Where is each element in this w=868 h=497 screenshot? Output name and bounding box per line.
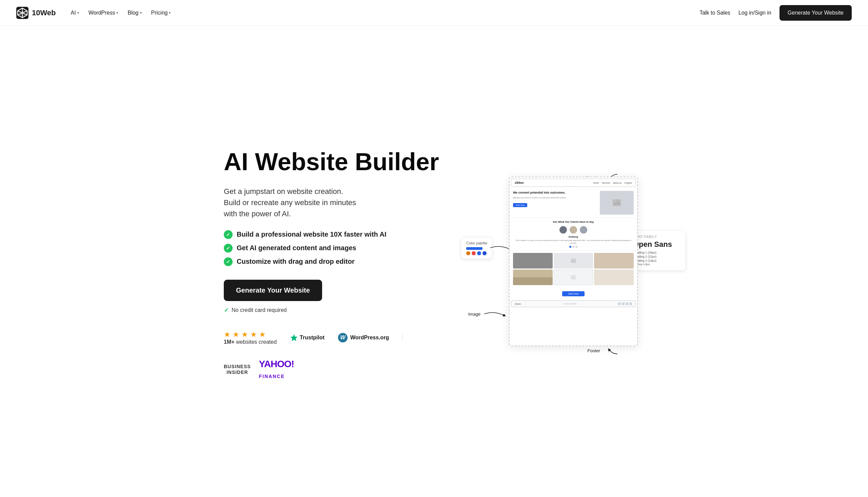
gallery-cell-dashed bbox=[554, 270, 593, 285]
dot-indicator bbox=[572, 246, 574, 248]
palette-main-swatch bbox=[466, 247, 483, 250]
generate-website-hero-button[interactable]: Generate Your Website bbox=[224, 280, 322, 301]
divider bbox=[402, 333, 403, 342]
navigation: 10Web AI ▾ WordPress ▾ Blog ▾ Pricing ▾ … bbox=[0, 0, 868, 26]
footer-annotation: Footer bbox=[587, 345, 619, 356]
check-icon: ✓ bbox=[224, 307, 229, 314]
check-icon bbox=[224, 257, 232, 266]
hero-title: AI Website Builder bbox=[224, 149, 455, 175]
social-icon bbox=[629, 302, 632, 305]
mockup-start-btn: Start Now bbox=[562, 291, 585, 296]
mockup-footer-social bbox=[618, 302, 632, 305]
gallery-cell bbox=[513, 270, 553, 285]
image-arrow-icon bbox=[483, 309, 506, 319]
login-link[interactable]: Log in/Sign in bbox=[739, 10, 771, 16]
nav-left: 10Web AI ▾ WordPress ▾ Blog ▾ Pricing ▾ bbox=[16, 7, 175, 19]
feature-item: Build a professional website 10X faster … bbox=[224, 230, 455, 239]
mockup-avatars bbox=[513, 226, 634, 233]
no-credit-card-note: ✓ No credit card required bbox=[224, 307, 455, 314]
talk-to-sales-link[interactable]: Talk to Sales bbox=[699, 10, 730, 16]
mockup-footer-logo: zibber. bbox=[515, 303, 522, 305]
nav-blog[interactable]: Blog ▾ bbox=[124, 7, 145, 19]
hero-features: Build a professional website 10X faster … bbox=[224, 230, 455, 266]
social-proof: ★ ★ ★ ★ ★ 1M+ websites created Trustpilo… bbox=[224, 330, 455, 380]
mockup-cta-section: Start Now bbox=[510, 287, 637, 299]
wordpress-badge: WordPress.org bbox=[338, 333, 389, 342]
wordpress-icon bbox=[338, 333, 347, 342]
palette-dot bbox=[477, 251, 481, 255]
star-icon: ★ bbox=[232, 330, 239, 339]
feature-item: Get AI generated content and images bbox=[224, 244, 455, 253]
chevron-down-icon: ▾ bbox=[169, 11, 171, 15]
hero-description: Get a jumpstart on website creation. Bui… bbox=[224, 186, 455, 219]
mockup-heading: We convert potential into outcomes. bbox=[513, 191, 597, 195]
nav-pricing[interactable]: Pricing ▾ bbox=[147, 7, 175, 19]
chevron-down-icon: ▾ bbox=[140, 11, 142, 15]
gallery-cell bbox=[513, 253, 553, 269]
gallery-cell bbox=[594, 253, 634, 269]
gallery-cell bbox=[594, 270, 634, 285]
check-icon bbox=[224, 230, 232, 239]
footer-arrow-icon bbox=[602, 345, 619, 356]
chevron-down-icon: ▾ bbox=[116, 11, 118, 15]
svg-marker-6 bbox=[290, 334, 298, 341]
trustpilot-label: Trustpilot bbox=[300, 335, 325, 341]
nav-wordpress[interactable]: WordPress ▾ bbox=[84, 7, 123, 19]
svg-point-8 bbox=[614, 201, 616, 202]
illustration: Header Footer Color palette bbox=[461, 163, 638, 367]
business-insider-logo: BusinessInsider bbox=[224, 364, 251, 375]
wordpress-label: WordPress.org bbox=[350, 335, 389, 341]
logo-icon bbox=[16, 7, 28, 19]
avatar bbox=[570, 226, 577, 233]
check-icon bbox=[224, 244, 232, 253]
star-icon: ★ bbox=[224, 330, 230, 339]
website-mockup: zibber. Home Services About us Insights … bbox=[509, 176, 638, 346]
generate-website-nav-button[interactable]: Generate Your Website bbox=[780, 5, 852, 21]
svg-point-11 bbox=[571, 275, 573, 277]
mockup-hero-image bbox=[600, 191, 634, 215]
mockup-person: Anthony bbox=[513, 236, 634, 238]
mockup-footer-copy: © 2022 10Web bbox=[563, 303, 577, 305]
websites-count: 1M+ websites created bbox=[224, 339, 277, 345]
star-icon: ★ bbox=[241, 330, 248, 339]
svg-rect-10 bbox=[571, 275, 576, 280]
avatar bbox=[559, 226, 567, 233]
partner-logos: BusinessInsider YAHOO!FINANCE bbox=[224, 359, 294, 380]
hero-right-illustration: Header Footer Color palette bbox=[455, 163, 644, 367]
color-palette-callout: Color palette bbox=[461, 238, 492, 259]
trustpilot-icon bbox=[290, 334, 298, 341]
mockup-sub: Manage every kind of content in a collec… bbox=[513, 196, 597, 199]
stars: ★ ★ ★ ★ ★ bbox=[224, 330, 277, 339]
mockup-logo: zibber. bbox=[515, 181, 525, 184]
logo[interactable]: 10Web bbox=[16, 7, 56, 19]
mockup-gallery bbox=[510, 251, 637, 287]
feature-item: Customize with drag and drop editor bbox=[224, 257, 455, 266]
star-icon: ★ bbox=[259, 330, 266, 339]
nav-ai[interactable]: AI ▾ bbox=[67, 7, 83, 19]
logo-text: 10Web bbox=[32, 9, 56, 17]
palette-dot bbox=[483, 251, 486, 255]
svg-rect-7 bbox=[613, 199, 621, 206]
social-icon bbox=[622, 302, 625, 305]
gallery-cell bbox=[554, 253, 593, 269]
svg-rect-9 bbox=[571, 258, 576, 263]
avatar bbox=[580, 226, 587, 233]
yahoo-finance-logo: YAHOO!FINANCE bbox=[259, 359, 294, 380]
hero-left: AI Website Builder Get a jumpstart on we… bbox=[224, 149, 455, 380]
palette-dot bbox=[466, 251, 470, 255]
social-icon bbox=[626, 302, 628, 305]
mockup-test-text: The AI builder is so easy to use and cus… bbox=[513, 239, 634, 244]
mockup-nav: Home Services About us Insights bbox=[593, 182, 632, 184]
palette-dot bbox=[472, 251, 476, 255]
trustpilot-badge: Trustpilot bbox=[290, 334, 325, 341]
mockup-hero: We convert potential into outcomes. Mana… bbox=[510, 188, 637, 217]
hero-section: AI Website Builder Get a jumpstart on we… bbox=[197, 26, 671, 497]
social-icon bbox=[618, 302, 621, 305]
chevron-down-icon: ▾ bbox=[77, 11, 79, 15]
mockup-testimonials: See What Our Clients Have to Say Anthony… bbox=[510, 217, 637, 251]
mockup-cta-btn: Start Now bbox=[513, 203, 527, 207]
dot-indicator bbox=[569, 246, 571, 248]
star-icon: ★ bbox=[250, 330, 257, 339]
dot-indicator bbox=[575, 246, 578, 248]
image-annotation: Image bbox=[468, 309, 506, 319]
